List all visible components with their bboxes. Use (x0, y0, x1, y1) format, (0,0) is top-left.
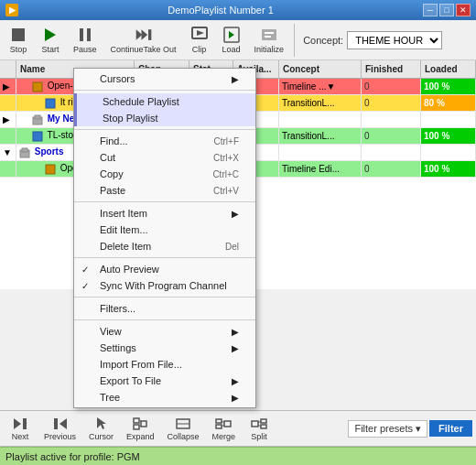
menu-item-sync-with-program[interactable]: ✓ Sync With Program Channel (74, 277, 255, 294)
svg-rect-28 (134, 425, 139, 429)
submenu-arrow-icon: ▶ (232, 393, 239, 403)
menu-item-stop-playlist[interactable]: Stop Playlist (77, 110, 255, 126)
toolbar-separator (294, 24, 295, 57)
context-menu: Cursors ▶ Schedule Playlist Stop Playlis… (73, 68, 256, 408)
shortcut-find: Ctrl+F (214, 136, 240, 146)
close-button[interactable]: ✕ (456, 4, 471, 16)
start-button[interactable]: Start (36, 23, 65, 57)
col-header-concept[interactable]: Concept (279, 60, 362, 78)
row-loaded: 100 % (421, 161, 476, 177)
menu-item-delete-item[interactable]: Delete Item Del (74, 238, 255, 254)
row-finished: 0 (362, 128, 421, 144)
expand-button[interactable]: Expand (121, 413, 160, 444)
menu-item-filters[interactable]: Filters... (74, 300, 255, 317)
svg-rect-41 (261, 425, 266, 428)
menu-item-copy[interactable]: Copy Ctrl+C (74, 166, 255, 182)
svg-marker-24 (60, 418, 67, 429)
menu-item-schedule-playlist[interactable]: Schedule Playlist (77, 93, 255, 110)
main-toolbar: Stop Start Pause ContinueTake Out Clip (0, 20, 476, 60)
cursor-icon (92, 416, 112, 432)
svg-marker-26 (97, 417, 106, 429)
row-concept: TransitionL... (279, 128, 362, 144)
concept-area: Concept: THEME HOUR (303, 31, 442, 49)
filter-presets-dropdown[interactable]: Filter presets ▾ (348, 420, 427, 438)
row-loaded: 80 % (421, 95, 476, 111)
svg-rect-14 (33, 82, 42, 92)
collapse-button[interactable]: Collapse (162, 413, 205, 444)
filter-button[interactable]: Filter (429, 420, 472, 437)
svg-rect-39 (252, 421, 258, 427)
col-header-finished[interactable]: Finished (362, 60, 421, 78)
svg-rect-3 (87, 28, 91, 41)
svg-marker-1 (45, 28, 56, 41)
load-button[interactable]: Load (217, 23, 246, 57)
col-header-loaded[interactable]: Loaded (421, 60, 476, 78)
menu-item-tree[interactable]: Tree ▶ (74, 389, 255, 406)
menu-item-insert-item[interactable]: Insert Item ▶ (74, 205, 255, 222)
svg-rect-15 (46, 99, 55, 108)
menu-item-cut[interactable]: Cut Ctrl+X (74, 149, 255, 166)
cursor-button[interactable]: Cursor (83, 413, 119, 444)
row-concept (279, 145, 362, 160)
minimize-button[interactable]: ─ (423, 4, 438, 16)
menu-item-find[interactable]: Find... Ctrl+F (74, 133, 255, 149)
stop-button[interactable]: Stop (4, 23, 33, 57)
submenu-arrow-icon: ▶ (232, 327, 239, 337)
collapse-icon (173, 416, 193, 432)
svg-rect-18 (33, 132, 42, 141)
shortcut-paste: Ctrl+V (213, 186, 239, 196)
status-bar: Playlist active for profile: PGM (0, 447, 476, 465)
svg-marker-4 (135, 29, 142, 40)
menu-item-edit-item[interactable]: Edit Item... (74, 222, 255, 238)
svg-rect-27 (134, 418, 139, 423)
row-expand (0, 95, 16, 111)
check-icon: ✓ (81, 281, 89, 291)
menu-item-settings[interactable]: Settings ▶ (74, 340, 255, 356)
svg-rect-20 (22, 148, 27, 152)
clip-button[interactable]: Clip (185, 23, 214, 57)
row-loaded: 100 % (421, 128, 476, 144)
split-icon (249, 416, 269, 432)
row-loaded: 100 % (421, 79, 476, 94)
menu-item-export-to-file[interactable]: Export To File ▶ (74, 373, 255, 389)
svg-rect-12 (265, 32, 274, 34)
row-finished (362, 145, 421, 160)
submenu-arrow-icon: ▶ (232, 209, 239, 219)
bottom-toolbar: Next Previous Cursor Expan (0, 410, 476, 447)
svg-marker-5 (141, 29, 147, 40)
menu-item-import-from-file[interactable]: Import From File... (74, 356, 255, 373)
row-finished: 0 (362, 79, 421, 94)
col-header-expand (0, 60, 16, 78)
restore-button[interactable]: □ (439, 4, 454, 16)
concept-select[interactable]: THEME HOUR (347, 31, 442, 49)
pause-button[interactable]: Pause (68, 23, 103, 57)
svg-rect-29 (141, 421, 146, 427)
menu-separator (74, 319, 255, 320)
submenu-arrow-icon: ▶ (232, 74, 239, 84)
row-concept (279, 112, 362, 127)
menu-separator (74, 90, 255, 91)
next-button[interactable]: Next (4, 413, 37, 444)
continue-take-out-button[interactable]: ContinueTake Out (105, 23, 182, 57)
previous-button[interactable]: Previous (38, 413, 81, 444)
menu-item-auto-preview[interactable]: ✓ Auto Preview (74, 261, 255, 277)
menu-separator (74, 257, 255, 258)
next-icon (10, 416, 30, 432)
merge-icon (213, 416, 233, 432)
row-finished: 0 (362, 161, 421, 177)
window-title: DemoPlaylist Number 1 (18, 5, 423, 16)
menu-item-paste[interactable]: Paste Ctrl+V (74, 182, 255, 199)
merge-button[interactable]: Merge (207, 413, 242, 444)
row-finished (362, 112, 421, 127)
menu-item-view[interactable]: View ▶ (74, 323, 255, 340)
row-expand: ▼ (0, 145, 16, 160)
split-button[interactable]: Split (243, 413, 276, 444)
row-concept: Timeline ...▼ (279, 79, 362, 94)
initialize-button[interactable]: Initialize (249, 23, 290, 57)
svg-rect-17 (35, 115, 40, 119)
svg-rect-21 (46, 165, 55, 174)
row-loaded (421, 112, 476, 127)
submenu-arrow-icon: ▶ (232, 343, 239, 353)
menu-item-cursors[interactable]: Cursors ▶ (74, 70, 255, 87)
shortcut-copy: Ctrl+C (212, 169, 239, 179)
